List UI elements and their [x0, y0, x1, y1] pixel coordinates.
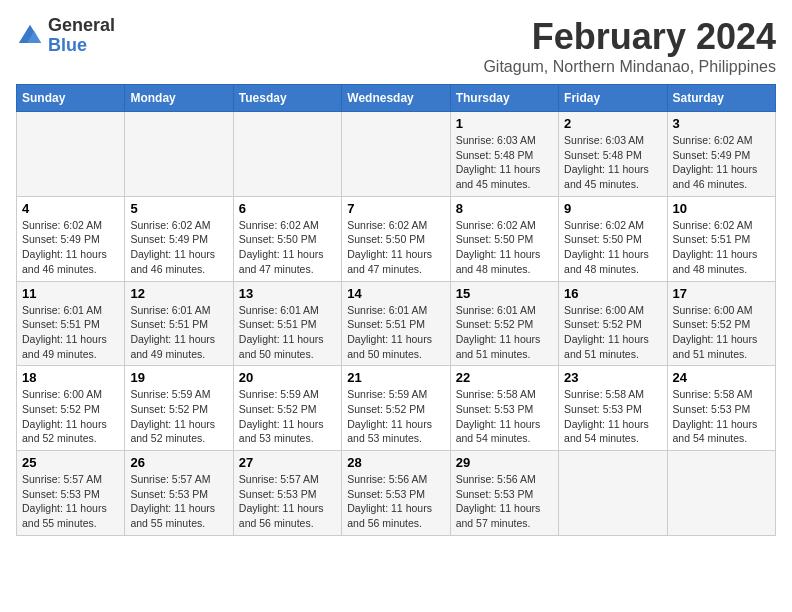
calendar-cell: 29Sunrise: 5:56 AMSunset: 5:53 PMDayligh…	[450, 451, 558, 536]
day-info: Sunrise: 5:59 AMSunset: 5:52 PMDaylight:…	[347, 387, 444, 446]
calendar-header: SundayMondayTuesdayWednesdayThursdayFrid…	[17, 85, 776, 112]
day-number: 14	[347, 286, 444, 301]
main-title: February 2024	[483, 16, 776, 58]
logo-text: General Blue	[48, 16, 115, 56]
calendar-cell: 23Sunrise: 5:58 AMSunset: 5:53 PMDayligh…	[559, 366, 667, 451]
calendar-cell	[559, 451, 667, 536]
day-number: 18	[22, 370, 119, 385]
logo: General Blue	[16, 16, 115, 56]
week-row-1: 4Sunrise: 6:02 AMSunset: 5:49 PMDaylight…	[17, 196, 776, 281]
calendar-cell	[125, 112, 233, 197]
calendar-body: 1Sunrise: 6:03 AMSunset: 5:48 PMDaylight…	[17, 112, 776, 536]
header-day-friday: Friday	[559, 85, 667, 112]
day-info: Sunrise: 5:58 AMSunset: 5:53 PMDaylight:…	[456, 387, 553, 446]
calendar-cell: 14Sunrise: 6:01 AMSunset: 5:51 PMDayligh…	[342, 281, 450, 366]
day-info: Sunrise: 5:57 AMSunset: 5:53 PMDaylight:…	[239, 472, 336, 531]
day-number: 24	[673, 370, 770, 385]
calendar-cell: 9Sunrise: 6:02 AMSunset: 5:50 PMDaylight…	[559, 196, 667, 281]
day-info: Sunrise: 6:02 AMSunset: 5:49 PMDaylight:…	[130, 218, 227, 277]
calendar-cell	[667, 451, 775, 536]
week-row-4: 25Sunrise: 5:57 AMSunset: 5:53 PMDayligh…	[17, 451, 776, 536]
title-area: February 2024 Gitagum, Northern Mindanao…	[483, 16, 776, 76]
header: General Blue February 2024 Gitagum, Nort…	[16, 16, 776, 76]
day-number: 16	[564, 286, 661, 301]
header-day-monday: Monday	[125, 85, 233, 112]
day-number: 28	[347, 455, 444, 470]
day-info: Sunrise: 5:58 AMSunset: 5:53 PMDaylight:…	[564, 387, 661, 446]
calendar-cell: 17Sunrise: 6:00 AMSunset: 5:52 PMDayligh…	[667, 281, 775, 366]
calendar-cell: 28Sunrise: 5:56 AMSunset: 5:53 PMDayligh…	[342, 451, 450, 536]
calendar-cell: 26Sunrise: 5:57 AMSunset: 5:53 PMDayligh…	[125, 451, 233, 536]
day-number: 27	[239, 455, 336, 470]
day-info: Sunrise: 6:00 AMSunset: 5:52 PMDaylight:…	[22, 387, 119, 446]
week-row-2: 11Sunrise: 6:01 AMSunset: 5:51 PMDayligh…	[17, 281, 776, 366]
logo-line2: Blue	[48, 36, 115, 56]
calendar-cell: 13Sunrise: 6:01 AMSunset: 5:51 PMDayligh…	[233, 281, 341, 366]
header-day-thursday: Thursday	[450, 85, 558, 112]
day-info: Sunrise: 6:02 AMSunset: 5:49 PMDaylight:…	[22, 218, 119, 277]
day-info: Sunrise: 6:00 AMSunset: 5:52 PMDaylight:…	[564, 303, 661, 362]
day-info: Sunrise: 6:02 AMSunset: 5:51 PMDaylight:…	[673, 218, 770, 277]
calendar-cell	[233, 112, 341, 197]
day-number: 4	[22, 201, 119, 216]
day-info: Sunrise: 5:56 AMSunset: 5:53 PMDaylight:…	[347, 472, 444, 531]
day-number: 8	[456, 201, 553, 216]
day-info: Sunrise: 6:01 AMSunset: 5:52 PMDaylight:…	[456, 303, 553, 362]
day-number: 15	[456, 286, 553, 301]
logo-icon	[16, 22, 44, 50]
day-number: 12	[130, 286, 227, 301]
day-info: Sunrise: 6:03 AMSunset: 5:48 PMDaylight:…	[456, 133, 553, 192]
calendar-cell	[342, 112, 450, 197]
calendar-cell: 16Sunrise: 6:00 AMSunset: 5:52 PMDayligh…	[559, 281, 667, 366]
day-info: Sunrise: 5:58 AMSunset: 5:53 PMDaylight:…	[673, 387, 770, 446]
day-number: 23	[564, 370, 661, 385]
day-number: 20	[239, 370, 336, 385]
calendar-cell: 25Sunrise: 5:57 AMSunset: 5:53 PMDayligh…	[17, 451, 125, 536]
day-number: 13	[239, 286, 336, 301]
week-row-3: 18Sunrise: 6:00 AMSunset: 5:52 PMDayligh…	[17, 366, 776, 451]
header-day-tuesday: Tuesday	[233, 85, 341, 112]
calendar-cell: 7Sunrise: 6:02 AMSunset: 5:50 PMDaylight…	[342, 196, 450, 281]
day-info: Sunrise: 5:57 AMSunset: 5:53 PMDaylight:…	[22, 472, 119, 531]
week-row-0: 1Sunrise: 6:03 AMSunset: 5:48 PMDaylight…	[17, 112, 776, 197]
day-info: Sunrise: 6:03 AMSunset: 5:48 PMDaylight:…	[564, 133, 661, 192]
logo-line1: General	[48, 16, 115, 36]
calendar-cell: 19Sunrise: 5:59 AMSunset: 5:52 PMDayligh…	[125, 366, 233, 451]
day-info: Sunrise: 5:59 AMSunset: 5:52 PMDaylight:…	[130, 387, 227, 446]
calendar-cell: 21Sunrise: 5:59 AMSunset: 5:52 PMDayligh…	[342, 366, 450, 451]
subtitle: Gitagum, Northern Mindanao, Philippines	[483, 58, 776, 76]
calendar-cell: 27Sunrise: 5:57 AMSunset: 5:53 PMDayligh…	[233, 451, 341, 536]
header-day-saturday: Saturday	[667, 85, 775, 112]
day-info: Sunrise: 6:01 AMSunset: 5:51 PMDaylight:…	[22, 303, 119, 362]
header-row: SundayMondayTuesdayWednesdayThursdayFrid…	[17, 85, 776, 112]
calendar-cell: 4Sunrise: 6:02 AMSunset: 5:49 PMDaylight…	[17, 196, 125, 281]
day-number: 21	[347, 370, 444, 385]
day-info: Sunrise: 5:59 AMSunset: 5:52 PMDaylight:…	[239, 387, 336, 446]
day-info: Sunrise: 6:02 AMSunset: 5:50 PMDaylight:…	[564, 218, 661, 277]
day-info: Sunrise: 6:02 AMSunset: 5:50 PMDaylight:…	[347, 218, 444, 277]
calendar-cell: 11Sunrise: 6:01 AMSunset: 5:51 PMDayligh…	[17, 281, 125, 366]
day-info: Sunrise: 6:00 AMSunset: 5:52 PMDaylight:…	[673, 303, 770, 362]
calendar-cell: 12Sunrise: 6:01 AMSunset: 5:51 PMDayligh…	[125, 281, 233, 366]
calendar-cell: 8Sunrise: 6:02 AMSunset: 5:50 PMDaylight…	[450, 196, 558, 281]
day-number: 11	[22, 286, 119, 301]
calendar-cell	[17, 112, 125, 197]
calendar-cell: 6Sunrise: 6:02 AMSunset: 5:50 PMDaylight…	[233, 196, 341, 281]
day-info: Sunrise: 5:56 AMSunset: 5:53 PMDaylight:…	[456, 472, 553, 531]
day-info: Sunrise: 6:02 AMSunset: 5:49 PMDaylight:…	[673, 133, 770, 192]
day-info: Sunrise: 6:02 AMSunset: 5:50 PMDaylight:…	[239, 218, 336, 277]
header-day-sunday: Sunday	[17, 85, 125, 112]
calendar-cell: 15Sunrise: 6:01 AMSunset: 5:52 PMDayligh…	[450, 281, 558, 366]
calendar-cell: 2Sunrise: 6:03 AMSunset: 5:48 PMDaylight…	[559, 112, 667, 197]
header-day-wednesday: Wednesday	[342, 85, 450, 112]
day-info: Sunrise: 6:01 AMSunset: 5:51 PMDaylight:…	[130, 303, 227, 362]
day-info: Sunrise: 6:01 AMSunset: 5:51 PMDaylight:…	[347, 303, 444, 362]
day-info: Sunrise: 5:57 AMSunset: 5:53 PMDaylight:…	[130, 472, 227, 531]
calendar-cell: 20Sunrise: 5:59 AMSunset: 5:52 PMDayligh…	[233, 366, 341, 451]
day-number: 17	[673, 286, 770, 301]
day-info: Sunrise: 6:01 AMSunset: 5:51 PMDaylight:…	[239, 303, 336, 362]
calendar-cell: 22Sunrise: 5:58 AMSunset: 5:53 PMDayligh…	[450, 366, 558, 451]
day-number: 29	[456, 455, 553, 470]
day-number: 19	[130, 370, 227, 385]
day-number: 7	[347, 201, 444, 216]
